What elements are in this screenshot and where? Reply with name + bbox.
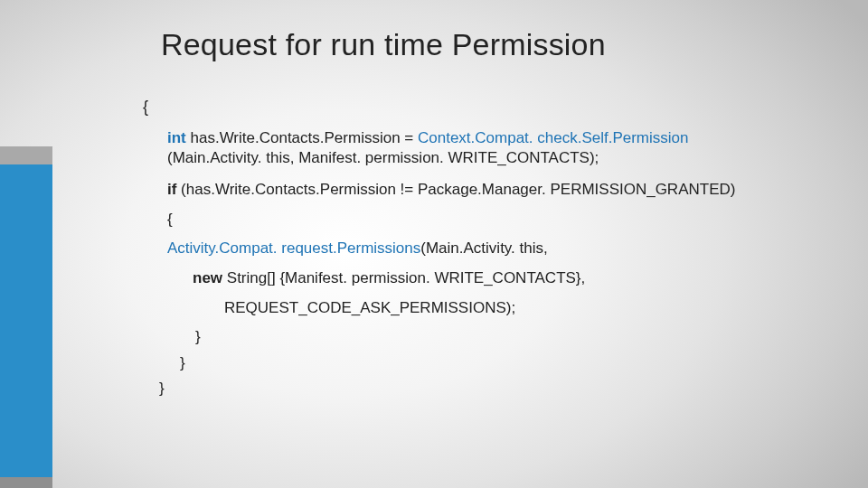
code-line-if: if (has.Write.Contacts.Permission != Pac…	[167, 181, 735, 199]
code-open-brace: {	[143, 98, 148, 117]
code-close-brace-1: }	[195, 328, 201, 346]
code-line-newstring: new String[] {Manifest. permission. WRIT…	[193, 269, 585, 287]
code-if-cond: (has.Write.Contacts.Permission != Packag…	[181, 181, 735, 198]
accent-bar-bottom	[0, 477, 52, 488]
code-line-reqcode: REQUEST_CODE_ASK_PERMISSIONS);	[224, 299, 515, 317]
code-newstring-rest: String[] {Manifest. permission. WRITE_CO…	[227, 269, 585, 286]
code-line-request: Activity.Compat. request.Permissions(Mai…	[167, 239, 548, 258]
code-call-checkself: Context.Compat. check.Self.Permission	[418, 129, 689, 146]
code-line-1b: (Main.Activity. this, Manifest. permissi…	[167, 149, 599, 166]
slide: Request for run time Permission { int ha…	[0, 0, 868, 488]
code-call-request: Activity.Compat. request.Permissions	[167, 239, 420, 257]
code-request-args: (Main.Activity. this,	[420, 239, 547, 257]
code-var: has.Write.Contacts.Permission =	[191, 129, 418, 146]
slide-title: Request for run time Permission	[161, 27, 606, 62]
keyword-int: int	[167, 129, 191, 146]
keyword-if: if	[167, 181, 181, 198]
code-open-brace-2: {	[167, 211, 173, 229]
accent-bar	[0, 146, 52, 488]
code-line-1: int has.Write.Contacts.Permission = Cont…	[167, 128, 689, 168]
keyword-new: new	[193, 269, 227, 286]
code-close-brace-2: }	[180, 354, 185, 372]
accent-bar-top	[0, 146, 52, 164]
accent-bar-mid	[0, 164, 52, 477]
code-close-brace-3: }	[159, 380, 165, 398]
